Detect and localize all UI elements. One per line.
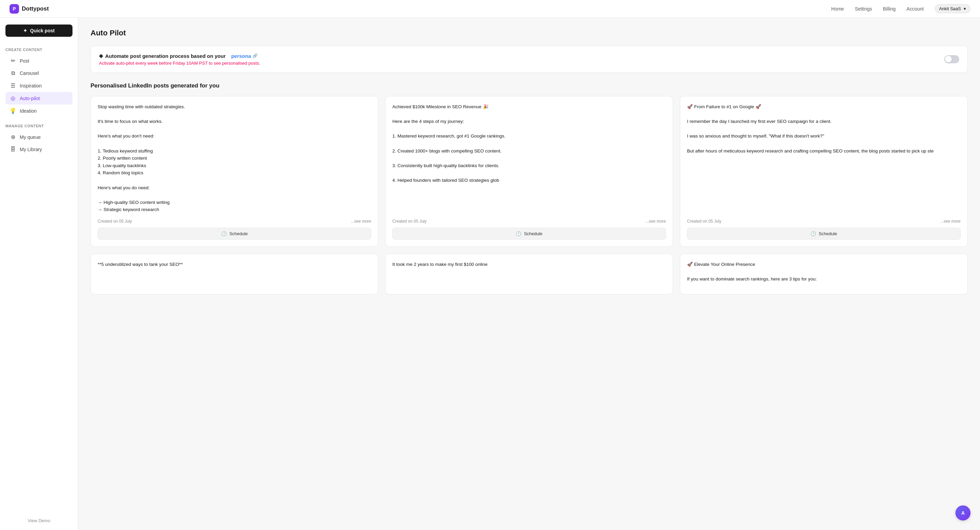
post-card: 🚀 Elevate Your Online Presence If you wa… <box>680 254 968 294</box>
section-heading: Personalised LinkedIn posts generated fo… <box>91 83 968 89</box>
persona-link[interactable]: persona 🔗 <box>231 53 257 59</box>
manage-content-label: Manage content <box>5 124 73 128</box>
card-meta: Created on 05 July ...see more <box>687 219 961 224</box>
autopilot-icon: ◈ <box>99 53 103 59</box>
queue-icon: ⊛ <box>10 134 16 140</box>
sidebar-item-label: Carousel <box>20 70 39 76</box>
library-icon: 🗄 <box>10 146 16 153</box>
nav-settings[interactable]: Settings <box>855 6 872 11</box>
view-demo-link[interactable]: View Demo <box>27 518 50 523</box>
see-more-link[interactable]: ...see more <box>351 219 371 224</box>
sidebar: ✦ Quick post Create content ✏ Post ⧉ Car… <box>0 18 78 530</box>
post-card: It took me 2 years to make my first $100… <box>385 254 673 294</box>
sidebar-item-library[interactable]: 🗄 My Library <box>5 143 73 156</box>
card-body: Achieved $100k Milestone in SEO Revenue … <box>392 103 666 213</box>
create-content-label: Create content <box>5 48 73 52</box>
nav-billing[interactable]: Billing <box>883 6 896 11</box>
banner-subtitle: Activate auto-pilot every week before Fr… <box>99 60 260 66</box>
sidebar-item-queue[interactable]: ⊛ My queue <box>5 131 73 143</box>
card-meta: Created on 05 July ...see more <box>98 219 371 224</box>
toggle-knob <box>945 56 952 63</box>
avatar[interactable]: A <box>956 506 970 520</box>
post-card: **5 underutilized ways to tank your SEO*… <box>91 254 379 294</box>
sidebar-item-label: My Library <box>20 147 42 152</box>
sidebar-item-post[interactable]: ✏ Post <box>5 54 73 67</box>
cards-grid: Stop wasting time with outdated strategi… <box>91 96 968 294</box>
post-card: Stop wasting time with outdated strategi… <box>91 96 379 247</box>
card-body: 🚀 Elevate Your Online Presence If you wa… <box>687 261 961 287</box>
banner-title: ◈ Automate post generation process based… <box>99 53 260 59</box>
nav-home[interactable]: Home <box>831 6 844 11</box>
ideation-icon: 💡 <box>10 108 16 114</box>
card-body: Stop wasting time with outdated strategi… <box>98 103 371 213</box>
card-date: Created on 05 July <box>392 219 427 224</box>
sidebar-item-autopilot[interactable]: ◎ Auto-pilot <box>5 92 73 105</box>
sidebar-item-label: My queue <box>20 134 40 140</box>
quick-post-button[interactable]: ✦ Quick post <box>5 24 73 37</box>
autopilot-icon: ◎ <box>10 95 16 102</box>
user-name: Ankit SaaS <box>939 6 961 11</box>
card-body: **5 underutilized ways to tank your SEO*… <box>98 261 371 287</box>
sidebar-bottom: View Demo <box>5 518 73 523</box>
sidebar-item-ideation[interactable]: 💡 Ideation <box>5 105 73 117</box>
schedule-button[interactable]: 🕐 Schedule <box>392 228 666 240</box>
schedule-label: Schedule <box>229 231 248 236</box>
edit-icon: 🔗 <box>253 53 258 58</box>
card-meta: Created on 05 July ...see more <box>392 219 666 224</box>
clock-icon: 🕐 <box>811 231 816 236</box>
logo-icon: P <box>10 4 19 14</box>
carousel-icon: ⧉ <box>10 70 16 76</box>
sidebar-item-carousel[interactable]: ⧉ Carousel <box>5 67 73 79</box>
card-footer: Created on 05 July ...see more 🕐 Schedul… <box>392 219 666 240</box>
clock-icon: 🕐 <box>516 231 521 236</box>
main-content: Auto Pilot ◈ Automate post generation pr… <box>78 18 980 530</box>
card-date: Created on 05 July <box>98 219 132 224</box>
avatar-initials: A <box>961 510 965 516</box>
card-date: Created on 05 July <box>687 219 721 224</box>
sidebar-item-label: Post <box>20 58 29 64</box>
logo-text: Dottypost <box>22 5 49 12</box>
chevron-down-icon: ▾ <box>964 6 966 11</box>
sidebar-item-label: Inspiration <box>20 83 42 89</box>
sidebar-item-label: Auto-pilot <box>20 95 40 101</box>
inspiration-icon: ☰ <box>10 83 16 89</box>
autopilot-banner: ◈ Automate post generation process based… <box>91 46 968 73</box>
top-nav: Home Settings Billing Account Ankit SaaS… <box>831 4 970 13</box>
page-title: Auto Pilot <box>91 29 968 37</box>
user-menu-button[interactable]: Ankit SaaS ▾ <box>935 4 970 13</box>
banner-left: ◈ Automate post generation process based… <box>99 53 260 66</box>
sidebar-item-label: Ideation <box>20 108 37 114</box>
sparkle-icon: ✦ <box>23 28 27 33</box>
sidebar-item-inspiration[interactable]: ☰ Inspiration <box>5 79 73 92</box>
card-footer: Created on 05 July ...see more 🕐 Schedul… <box>687 219 961 240</box>
card-body: 🚀 From Failure to #1 on Google 🚀 I remem… <box>687 103 961 213</box>
card-footer: Created on 05 July ...see more 🕐 Schedul… <box>98 219 371 240</box>
card-body: It took me 2 years to make my first $100… <box>392 261 666 287</box>
post-card: 🚀 From Failure to #1 on Google 🚀 I remem… <box>680 96 968 247</box>
schedule-button[interactable]: 🕐 Schedule <box>687 228 961 240</box>
banner-prefix: Automate post generation process based o… <box>105 53 226 59</box>
post-icon: ✏ <box>10 57 16 64</box>
clock-icon: 🕐 <box>221 231 227 236</box>
schedule-button[interactable]: 🕐 Schedule <box>98 228 371 240</box>
logo: P Dottypost <box>10 4 49 14</box>
see-more-link[interactable]: ...see more <box>940 219 961 224</box>
schedule-label: Schedule <box>524 231 542 236</box>
post-card: Achieved $100k Milestone in SEO Revenue … <box>385 96 673 247</box>
nav-account[interactable]: Account <box>907 6 924 11</box>
see-more-link[interactable]: ...see more <box>646 219 666 224</box>
schedule-label: Schedule <box>819 231 837 236</box>
autopilot-toggle[interactable] <box>944 55 959 63</box>
persona-text: persona <box>231 53 251 59</box>
